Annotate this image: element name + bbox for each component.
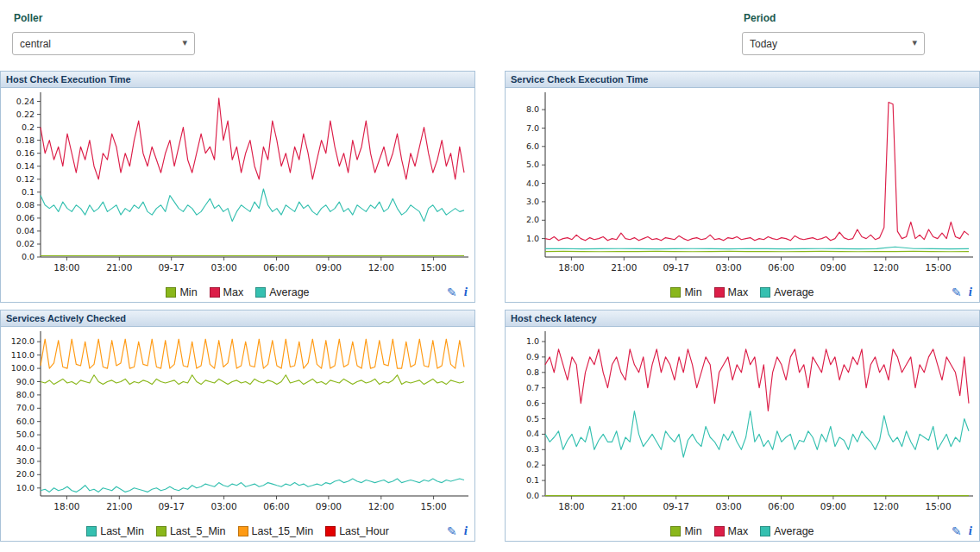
chart-service-check-execution-time: 8.07.06.05.04.03.02.01.018:0021:0009-170… xyxy=(506,88,979,283)
y-tick-label: 60.0 xyxy=(16,417,35,426)
panel-title: Service Check Execution Time xyxy=(506,72,979,88)
legend-swatch xyxy=(760,287,770,298)
poller-select[interactable]: central xyxy=(12,32,195,55)
x-tick-label: 21:00 xyxy=(611,501,637,511)
legend-label: Max xyxy=(223,286,244,298)
y-tick-label: 30.0 xyxy=(16,456,35,466)
plot-background xyxy=(1,88,474,283)
y-tick-label: 0.14 xyxy=(16,161,35,171)
x-tick-label: 09:00 xyxy=(820,501,846,511)
y-tick-label: 0.16 xyxy=(16,148,35,158)
y-tick-label: 1.0 xyxy=(526,234,539,243)
x-tick-label: 21:00 xyxy=(106,501,132,511)
poller-field: Poller central ▾ xyxy=(12,9,195,71)
period-field: Period Today ▾ xyxy=(742,9,925,71)
legend-item: Last_15_Min xyxy=(238,525,314,537)
chart-canvas: 120.0110.0100.090.080.070.060.050.040.03… xyxy=(1,327,474,522)
x-tick-label: 12:00 xyxy=(873,262,899,273)
x-tick-label: 09:00 xyxy=(316,501,342,511)
legend-swatch xyxy=(255,287,266,298)
legend-label: Average xyxy=(774,525,814,537)
legend-item: Average xyxy=(760,286,814,298)
panel-actions: ✎ i xyxy=(952,285,972,299)
x-tick-label: 09-17 xyxy=(158,262,185,273)
legend-swatch xyxy=(670,526,681,536)
x-tick-label: 18:00 xyxy=(53,501,79,511)
x-tick-label: 06:00 xyxy=(263,501,289,511)
legend-item: Last_Hour xyxy=(325,525,389,537)
panel-actions: ✎ i xyxy=(447,285,468,299)
panel-host-check-latency: Host check latency 1.00.90.80.70.60.50.4… xyxy=(505,310,980,542)
info-icon[interactable]: i xyxy=(464,524,468,538)
legend-label: Max xyxy=(728,286,749,298)
y-tick-label: 0.1 xyxy=(526,475,539,485)
y-tick-label: 120.0 xyxy=(11,336,35,346)
legend-items: MinMaxAverage xyxy=(670,525,814,537)
legend-item: Max xyxy=(210,286,244,298)
edit-graph-icon[interactable]: ✎ xyxy=(447,524,457,538)
y-tick-label: 0.08 xyxy=(16,200,35,210)
x-tick-label: 03:00 xyxy=(715,501,741,511)
x-tick-label: 09-17 xyxy=(663,501,689,511)
legend-swatch xyxy=(238,526,248,536)
legend-item: Last_5_Min xyxy=(156,525,226,537)
panel-title: Host Check Execution Time xyxy=(1,72,474,88)
x-tick-label: 09:00 xyxy=(820,262,846,273)
legend-label: Last_Hour xyxy=(339,525,389,537)
panel-services-actively-checked: Services Actively Checked 120.0110.0100.… xyxy=(0,310,475,542)
x-tick-label: 12:00 xyxy=(368,501,394,511)
x-tick-label: 09-17 xyxy=(663,262,689,273)
y-tick-label: 0.24 xyxy=(16,97,35,106)
panel-service-check-execution-time: Service Check Execution Time 8.07.06.05.… xyxy=(505,71,980,303)
edit-graph-icon[interactable]: ✎ xyxy=(447,285,457,299)
chart-host-check-execution-time: 0.240.220.20.180.160.140.120.10.080.060.… xyxy=(1,88,474,283)
x-tick-label: 15:00 xyxy=(925,501,951,511)
y-tick-label: 80.0 xyxy=(16,390,35,399)
panel-actions: ✎ i xyxy=(447,524,468,538)
x-tick-label: 03:00 xyxy=(210,501,236,511)
y-tick-label: 5.0 xyxy=(526,160,539,169)
legend-item: Min xyxy=(166,286,197,298)
legend-item: Last_Min xyxy=(86,525,144,537)
x-tick-label: 06:00 xyxy=(768,501,794,511)
legend-row: MinMaxAverage ✎ i xyxy=(506,522,979,541)
x-tick-label: 09-17 xyxy=(158,501,185,511)
edit-graph-icon[interactable]: ✎ xyxy=(952,285,962,299)
legend-item: Min xyxy=(670,286,701,298)
y-tick-label: 2.0 xyxy=(526,215,539,224)
legend-items: MinMaxAverage xyxy=(670,286,814,298)
legend-label: Average xyxy=(269,286,309,298)
legend-item: Max xyxy=(714,525,749,537)
info-icon[interactable]: i xyxy=(969,524,972,538)
y-tick-label: 0.12 xyxy=(16,174,35,184)
x-tick-label: 06:00 xyxy=(768,262,794,273)
legend-item: Average xyxy=(255,286,309,298)
panel-actions: ✎ i xyxy=(952,524,972,538)
info-icon[interactable]: i xyxy=(464,285,468,299)
y-tick-label: 0.22 xyxy=(16,110,35,119)
legend-swatch xyxy=(166,287,176,298)
legend-items: Last_MinLast_5_MinLast_15_MinLast_Hour xyxy=(86,525,389,537)
y-tick-label: 0.0 xyxy=(22,252,35,261)
period-select-wrap: Today ▾ xyxy=(742,32,925,55)
y-tick-label: 0.7 xyxy=(526,383,539,392)
x-tick-label: 15:00 xyxy=(420,501,446,511)
legend-row: MinMaxAverage ✎ i xyxy=(506,283,979,302)
legend-label: Last_15_Min xyxy=(252,525,314,537)
x-tick-label: 06:00 xyxy=(263,262,289,273)
y-tick-label: 6.0 xyxy=(526,141,539,151)
info-icon[interactable]: i xyxy=(969,285,972,299)
chart-services-actively-checked: 120.0110.0100.090.080.070.060.050.040.03… xyxy=(1,327,474,522)
x-tick-label: 18:00 xyxy=(558,501,584,511)
period-select[interactable]: Today xyxy=(742,32,925,55)
y-tick-label: 0.1 xyxy=(22,187,35,197)
poller-select-wrap: central ▾ xyxy=(12,32,195,55)
edit-graph-icon[interactable]: ✎ xyxy=(952,524,962,538)
legend-swatch xyxy=(156,526,166,536)
legend-row: MinMaxAverage ✎ i xyxy=(1,283,474,302)
legend-items: MinMaxAverage xyxy=(166,286,309,298)
x-tick-label: 21:00 xyxy=(611,262,637,273)
y-tick-label: 0.2 xyxy=(526,460,539,469)
y-tick-label: 110.0 xyxy=(11,350,35,360)
y-tick-label: 50.0 xyxy=(16,430,35,439)
